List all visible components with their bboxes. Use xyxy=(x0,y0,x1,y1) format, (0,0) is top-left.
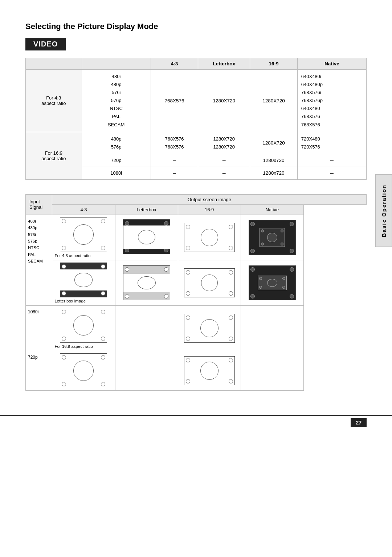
diagram-cell-1080i-43: For 16:9 aspect ratio xyxy=(52,305,115,351)
diagram-cell-native-lb-input xyxy=(241,260,303,305)
top-table: 4:3 Letterbox 16:9 Native For 4:3 aspect… xyxy=(25,58,367,180)
diagram-cell-1080i-native xyxy=(241,305,303,351)
bottom-col-lb: Letterbox xyxy=(115,204,178,215)
cell-43-169: 1280X720 xyxy=(250,70,298,132)
screen-native-lb xyxy=(249,265,296,300)
diagram-cell-720p-43 xyxy=(52,351,115,390)
diagram-cell-4to3-letterbox-input: Letter box image xyxy=(52,260,115,305)
cell-43-native: 640X480i640X480p768X576i768X576p640X4807… xyxy=(297,70,366,132)
diagram-cell-720p-lb xyxy=(115,351,178,390)
diagram-cell-169-lb-input xyxy=(178,260,241,305)
col-header-43: 4:3 xyxy=(151,58,198,70)
signal-169-3: 1080i xyxy=(82,167,151,179)
diagram-cell-169-normal xyxy=(178,215,241,260)
diagram-cell-4to3-normal: For 4:3 aspect ratio xyxy=(52,215,115,260)
bottom-row-label-1080i: 1080i xyxy=(26,305,52,351)
screen-lb xyxy=(123,219,170,254)
cell-169-1-43: 768X576 768X576 xyxy=(151,132,198,154)
diagram-cell-1080i-169 xyxy=(178,305,241,351)
cell-43-lb: 1280X720 xyxy=(198,70,250,132)
diagram-cell-native-normal xyxy=(241,215,303,260)
cell-43-43: 768X576 xyxy=(151,70,198,132)
cell-1080i-169: 1280x720 xyxy=(250,167,298,179)
col-header-native: Native xyxy=(297,58,366,70)
basic-operation-sidebar: Basic Operation xyxy=(375,174,392,247)
diagram-cell-lb-lb xyxy=(115,260,178,305)
screen-native-small xyxy=(249,220,296,255)
cell-169-1-native: 720X480720X576 xyxy=(297,132,366,154)
cell-1080i-lb: – xyxy=(198,167,250,179)
output-screen-header: Output screen image xyxy=(52,194,367,204)
cell-1080i-native: – xyxy=(297,167,366,179)
screen-4to3 xyxy=(60,217,107,252)
video-badge: VIDEO xyxy=(25,38,66,50)
cell-720p-169: 1280x720 xyxy=(250,154,298,167)
signal-169-2: 720p xyxy=(82,154,151,167)
cell-169-1-lb: 1280X720 1280X720 xyxy=(198,132,250,154)
diagram-cell-lb-normal xyxy=(115,215,178,260)
signal-169-1: 480p 576p xyxy=(82,132,151,154)
cell-720p-43: – xyxy=(151,154,198,167)
bottom-col-169: 16:9 xyxy=(178,204,241,215)
caption-lb: Letter box image xyxy=(54,299,113,303)
caption-43: For 4:3 aspect ratio xyxy=(54,253,113,258)
input-signal-header: Input Signal xyxy=(26,194,52,215)
screen-1080i-43 xyxy=(60,308,107,343)
col-header-169: 16:9 xyxy=(250,58,298,70)
bottom-col-native: Native xyxy=(241,204,303,215)
cell-169-1-169: 1280X720 xyxy=(250,132,298,154)
diagram-cell-720p-169 xyxy=(178,351,241,390)
screen-169-wide xyxy=(184,223,235,252)
bottom-col-43: 4:3 xyxy=(52,204,115,215)
bottom-diagram-table: Input Signal Output screen image 4:3 Let… xyxy=(25,194,367,391)
cell-720p-lb: – xyxy=(198,154,250,167)
diagram-cell-720p-native xyxy=(241,351,303,390)
caption-169: For 16:9 aspect ratio xyxy=(54,344,113,349)
bottom-row-label-1: 480i 480p 576i 576p NTSC PAL SECAM xyxy=(26,215,52,305)
page-number: 27 xyxy=(351,418,367,427)
bottom-row-label-720p: 720p xyxy=(26,351,52,390)
row-label-43: For 4:3 aspect ratio xyxy=(26,70,82,132)
row-label-169: For 16:9 aspect ratio xyxy=(26,132,82,179)
screen-lb-of-lb xyxy=(123,265,170,300)
cell-720p-native: – xyxy=(297,154,366,167)
screen-lb-input xyxy=(60,263,107,297)
col-header-lb: Letterbox xyxy=(198,58,250,70)
screen-720p-43 xyxy=(60,353,107,388)
cell-1080i-43: – xyxy=(151,167,198,179)
signal-list-43: 480i 480p 576i 576p NTSC PAL SECAM xyxy=(82,70,151,132)
bottom-divider xyxy=(0,415,392,416)
screen-1080i-169 xyxy=(184,314,235,343)
page-title: Selecting the Picture Display Mode xyxy=(25,22,367,31)
screen-720p-169 xyxy=(184,356,235,385)
screen-169-lb xyxy=(184,268,235,297)
diagram-cell-1080i-lb xyxy=(115,305,178,351)
